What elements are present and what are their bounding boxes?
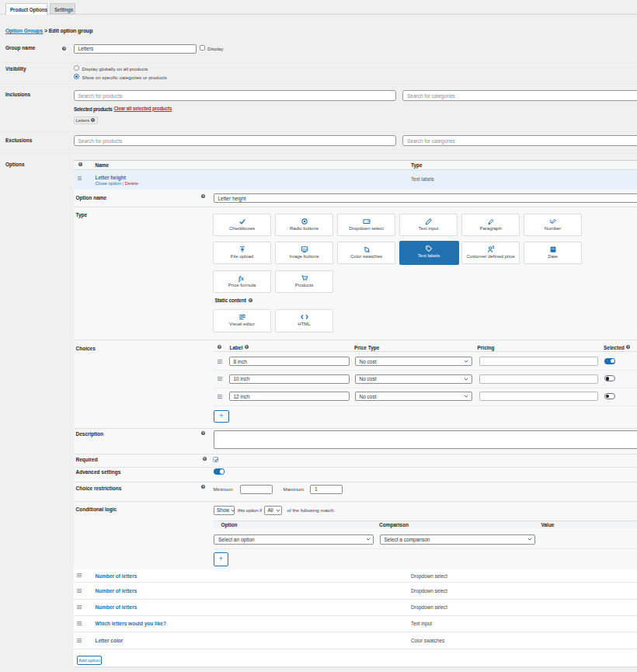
svg-text:fx: fx <box>238 274 245 282</box>
svg-text:$: $ <box>492 245 494 249</box>
svg-text:1: 1 <box>549 219 552 224</box>
